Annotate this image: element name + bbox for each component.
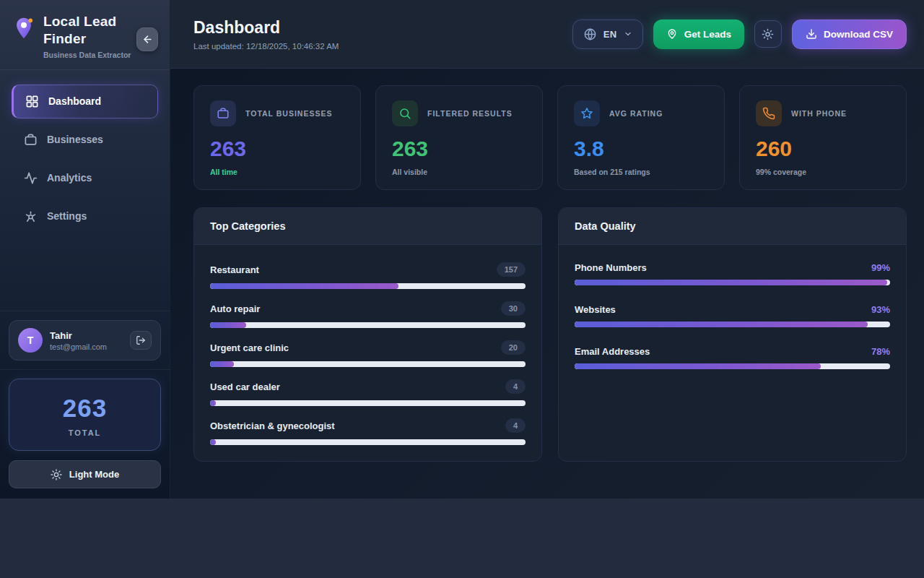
- theme-toggle-button[interactable]: [754, 20, 782, 48]
- progress-bar-fill: [575, 322, 868, 327]
- quality-percent: 99%: [871, 262, 890, 273]
- stat-subtitle: Based on 215 ratings: [574, 168, 708, 176]
- stat-label: AVG RATING: [609, 109, 663, 118]
- light-mode-toggle-button[interactable]: Light Mode: [9, 460, 161, 488]
- category-row: Used car dealer 4: [210, 379, 526, 406]
- app-window: Local Lead Finder Business Data Extracto…: [0, 0, 924, 499]
- language-selector[interactable]: EN: [572, 20, 643, 49]
- user-card[interactable]: T Tahir test@gmail.com: [9, 320, 161, 361]
- category-label: Used car dealer: [210, 381, 280, 392]
- stat-label: TOTAL BUSINESSES: [245, 109, 332, 118]
- language-code: EN: [603, 29, 617, 40]
- category-count-badge: 20: [501, 340, 526, 355]
- user-email: test@gmail.com: [50, 342, 123, 351]
- sidebar-bottom-section: 263 TOTAL Light Mode: [0, 369, 170, 499]
- briefcase-icon: [24, 133, 38, 147]
- nav-label: Dashboard: [48, 95, 101, 107]
- stat-subtitle: All time: [210, 168, 344, 176]
- stat-value: 263: [392, 137, 526, 161]
- settings-gear-icon: [24, 210, 38, 223]
- avatar: T: [18, 328, 43, 353]
- total-label: TOTAL: [17, 428, 153, 437]
- get-leads-button[interactable]: Get Leads: [653, 20, 744, 49]
- progress-bar: [210, 439, 526, 445]
- progress-bar: [210, 322, 526, 328]
- stat-label: FILTERED RESULTS: [427, 109, 513, 118]
- progress-bar-fill: [210, 322, 246, 328]
- logout-button[interactable]: [130, 331, 152, 350]
- quality-label: Phone Numbers: [575, 262, 647, 273]
- stat-card-avg-rating: AVG RATING 3.8 Based on 215 ratings: [557, 85, 725, 190]
- stat-label: WITH PHONE: [791, 109, 847, 118]
- chevron-down-icon: [624, 30, 632, 38]
- category-count-badge: 4: [505, 418, 526, 433]
- progress-bar: [575, 280, 890, 285]
- nav-label: Settings: [47, 210, 87, 222]
- progress-bar: [575, 322, 890, 327]
- sidebar-collapse-button[interactable]: [136, 27, 158, 51]
- category-count-badge: 4: [505, 379, 526, 394]
- panels-row: Top Categories Restaurant 157: [193, 207, 907, 462]
- phone-icon: [756, 100, 782, 126]
- progress-bar: [210, 361, 526, 367]
- category-row: Auto repair 30: [210, 301, 526, 328]
- stat-card-filtered-results: FILTERED RESULTS 263 All visible: [375, 85, 543, 190]
- progress-bar: [210, 283, 526, 289]
- panel-body: Restaurant 157 Auto repair 30: [194, 245, 541, 462]
- sidebar-user-section: T Tahir test@gmail.com: [0, 311, 170, 369]
- progress-bar-fill: [575, 363, 821, 369]
- sidebar-item-dashboard[interactable]: Dashboard: [12, 85, 158, 118]
- sidebar-spacer: [0, 238, 170, 311]
- sidebar-header: Local Lead Finder Business Data Extracto…: [0, 0, 170, 70]
- search-icon: [392, 100, 418, 126]
- star-icon: [574, 100, 600, 126]
- download-csv-label: Download CSV: [824, 29, 893, 40]
- top-categories-panel: Top Categories Restaurant 157: [193, 207, 542, 462]
- dashboard-content: TOTAL BUSINESSES 263 All time FILTERED R…: [170, 69, 924, 462]
- category-label: Restaurant: [210, 264, 259, 275]
- stat-value: 3.8: [574, 137, 708, 161]
- total-value: 263: [17, 394, 153, 423]
- header-actions: EN Get Leads: [572, 20, 907, 49]
- last-updated-text: Last updated: 12/18/2025, 10:46:32 AM: [193, 42, 339, 51]
- sidebar-nav: Dashboard Businesses Analytics Settings: [0, 70, 170, 238]
- sidebar-total-card: 263 TOTAL: [9, 379, 161, 451]
- progress-bar: [575, 363, 890, 369]
- sun-icon: [762, 28, 774, 40]
- quality-row: Websites 93%: [575, 304, 890, 327]
- quality-label: Email Addresses: [575, 346, 650, 357]
- briefcase-icon: [210, 100, 236, 126]
- quality-row: Phone Numbers 99%: [575, 262, 890, 285]
- brand-logo-pin-icon: [12, 16, 36, 40]
- light-mode-label: Light Mode: [69, 469, 119, 480]
- sidebar-item-analytics[interactable]: Analytics: [12, 161, 158, 195]
- category-count-badge: 157: [497, 262, 526, 277]
- panel-title: Top Categories: [210, 220, 526, 232]
- map-pin-icon: [666, 28, 678, 40]
- progress-bar-fill: [210, 361, 234, 367]
- user-meta: Tahir test@gmail.com: [50, 330, 123, 351]
- category-label: Urgent care clinic: [210, 342, 289, 353]
- dashboard-grid-icon: [25, 95, 39, 108]
- main-area: Dashboard Last updated: 12/18/2025, 10:4…: [170, 0, 924, 499]
- nav-label: Analytics: [47, 172, 92, 184]
- category-label: Auto repair: [210, 303, 260, 314]
- category-row: Obstetrician & gynecologist 4: [210, 418, 526, 445]
- progress-bar: [210, 400, 526, 406]
- data-quality-panel: Data Quality Phone Numbers 99%: [558, 207, 907, 462]
- top-header: Dashboard Last updated: 12/18/2025, 10:4…: [170, 0, 924, 69]
- nav-label: Businesses: [47, 134, 103, 145]
- download-csv-button[interactable]: Download CSV: [792, 20, 907, 49]
- stat-value: 263: [210, 137, 344, 161]
- progress-bar-fill: [575, 280, 887, 285]
- quality-percent: 78%: [871, 346, 890, 357]
- progress-bar-fill: [210, 439, 216, 445]
- category-row: Restaurant 157: [210, 262, 526, 289]
- sidebar-item-businesses[interactable]: Businesses: [12, 123, 158, 157]
- panel-header: Top Categories: [194, 208, 541, 245]
- page-title: Dashboard: [193, 18, 339, 38]
- get-leads-label: Get Leads: [684, 29, 731, 40]
- download-icon: [806, 28, 817, 40]
- sun-icon: [51, 469, 62, 480]
- sidebar-item-settings[interactable]: Settings: [12, 199, 158, 233]
